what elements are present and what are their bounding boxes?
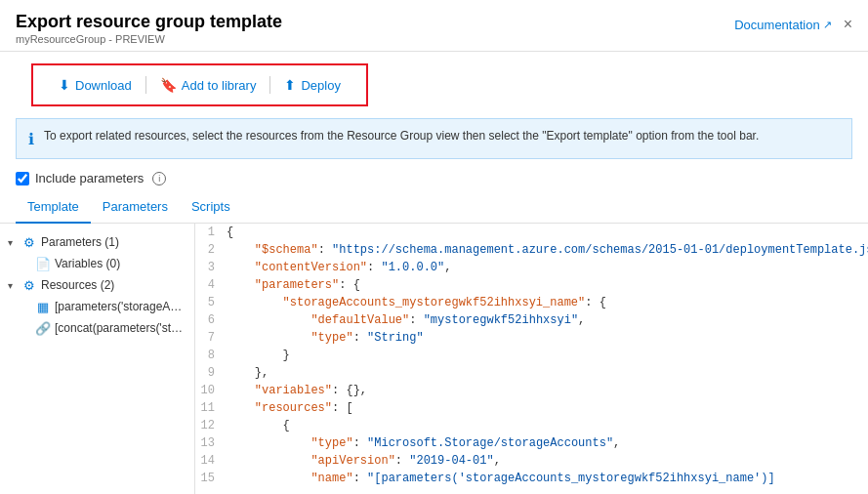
- code-line-15: 15 "name": "[parameters('storageAccounts…: [195, 470, 868, 487]
- code-line-6: 6 "defaultValue": "mystoregwkf52ihhxsyi"…: [195, 311, 868, 329]
- toggle-parameters: ▾: [8, 237, 18, 248]
- code-line-9: 9 },: [195, 364, 868, 382]
- tab-scripts[interactable]: Scripts: [180, 193, 242, 224]
- toolbar-separator-1: [145, 76, 146, 94]
- code-line-8: 8 }: [195, 347, 868, 364]
- subtitle: myResourceGroup - PREVIEW: [16, 33, 282, 45]
- info-icon: ℹ: [28, 130, 34, 148]
- download-button[interactable]: ⬇ Download: [49, 73, 142, 97]
- deploy-icon: ⬆: [284, 77, 296, 93]
- code-line-11: 11 "resources": [: [195, 399, 868, 417]
- include-params-row: Include parameters i: [0, 167, 868, 193]
- code-content[interactable]: 1 { 2 "$schema": "https://schema.managem…: [195, 224, 868, 494]
- code-line-4: 4 "parameters": {: [195, 276, 868, 294]
- info-message: To export related resources, select the …: [44, 129, 759, 143]
- code-panel: 1 { 2 "$schema": "https://schema.managem…: [195, 224, 868, 494]
- add-to-library-button[interactable]: 🔖 Add to library: [150, 73, 267, 97]
- code-line-1: 1 {: [195, 224, 868, 241]
- tree-item-variables[interactable]: 📄 Variables (0): [0, 253, 194, 274]
- code-line-14: 14 "apiVersion": "2019-04-01",: [195, 452, 868, 470]
- tree-label-storage1: [parameters('storageAccounts_...: [55, 300, 186, 313]
- page-title: Export resource group template: [16, 12, 282, 32]
- tree-item-storage2[interactable]: 🔗 [concat(parameters('storageAcc...: [0, 317, 194, 339]
- tree-label-storage2: [concat(parameters('storageAcc...: [55, 321, 186, 335]
- include-params-label: Include parameters: [35, 171, 144, 185]
- toggle-resources: ▾: [8, 280, 18, 291]
- code-line-7: 7 "type": "String": [195, 329, 868, 347]
- info-bar: ℹ To export related resources, select th…: [16, 118, 852, 159]
- code-line-10: 10 "variables": {},: [195, 382, 868, 399]
- gear-icon-parameters: ⚙: [21, 234, 37, 250]
- file-icon-variables: 📄: [35, 256, 51, 271]
- external-link-icon: ↗: [823, 19, 832, 31]
- deploy-button[interactable]: ⬆ Deploy: [274, 73, 350, 97]
- download-icon: ⬇: [59, 77, 70, 93]
- tree-label-resources: Resources (2): [41, 278, 114, 292]
- toolbar: ⬇ Download 🔖 Add to library ⬆ Deploy: [31, 63, 368, 106]
- code-line-2: 2 "$schema": "https://schema.management.…: [195, 241, 868, 259]
- tabs: Template Parameters Scripts: [0, 193, 868, 224]
- gear-icon-resources: ⚙: [21, 277, 37, 293]
- code-line-13: 13 "type": "Microsoft.Storage/storageAcc…: [195, 434, 868, 452]
- tab-parameters[interactable]: Parameters: [91, 193, 180, 224]
- title-left: Export resource group template myResourc…: [16, 12, 282, 45]
- main-content: ▾ ⚙ Parameters (1) 📄 Variables (0) ▾ ⚙ R…: [0, 224, 868, 494]
- library-icon: 🔖: [160, 77, 177, 93]
- sidebar: ▾ ⚙ Parameters (1) 📄 Variables (0) ▾ ⚙ R…: [0, 224, 195, 494]
- tree-item-resources[interactable]: ▾ ⚙ Resources (2): [0, 274, 194, 296]
- title-right: Documentation ↗ ×: [734, 16, 852, 33]
- code-line-12: 12 {: [195, 417, 868, 434]
- title-bar: Export resource group template myResourc…: [0, 0, 868, 52]
- storage-icon-1: ▦: [35, 299, 51, 314]
- code-line-5: 5 "storageAccounts_mystoregwkf52ihhxsyi_…: [195, 294, 868, 311]
- close-button[interactable]: ×: [844, 16, 852, 33]
- documentation-link[interactable]: Documentation ↗: [734, 18, 831, 32]
- tree-item-parameters[interactable]: ▾ ⚙ Parameters (1): [0, 231, 194, 253]
- code-line-3: 3 "contentVersion": "1.0.0.0",: [195, 259, 868, 276]
- toolbar-separator-2: [269, 76, 270, 94]
- storage-icon-2: 🔗: [35, 320, 51, 336]
- tree-label-variables: Variables (0): [55, 257, 120, 270]
- tab-template[interactable]: Template: [16, 193, 91, 224]
- tree-item-storage1[interactable]: ▦ [parameters('storageAccounts_...: [0, 296, 194, 317]
- include-params-checkbox[interactable]: [16, 172, 29, 185]
- params-info-icon: i: [152, 172, 166, 185]
- tree-label-parameters: Parameters (1): [41, 235, 119, 249]
